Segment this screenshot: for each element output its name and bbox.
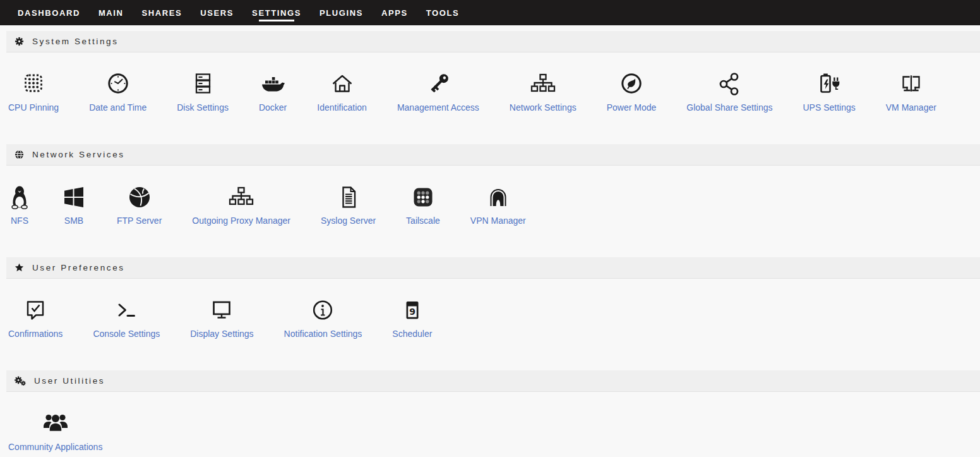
settings-item-label: Tailscale [406, 216, 440, 226]
server-icon [190, 71, 215, 97]
settings-item-ups-settings[interactable]: UPS Settings [803, 71, 855, 113]
globe-filled-icon [127, 185, 152, 210]
settings-item-label: Disk Settings [177, 102, 229, 113]
settings-item-cpu-pinning[interactable]: CPU Pinning [8, 71, 59, 113]
items-row-system-settings: CPU PinningDate and TimeDisk SettingsDoc… [0, 52, 980, 113]
settings-item-ftp-server[interactable]: FTP Server [117, 185, 162, 226]
tailscale-icon [410, 185, 436, 210]
settings-item-notification-settings[interactable]: Notification Settings [284, 298, 362, 339]
settings-item-label: Community Applications [8, 442, 102, 452]
users-group-icon [42, 411, 69, 436]
svg-text:9: 9 [409, 307, 415, 317]
settings-item-label: Confirmations [8, 329, 63, 339]
section-title: System Settings [32, 37, 119, 46]
settings-item-vpn-manager[interactable]: VPN Manager [470, 185, 526, 226]
items-row-user-utilities: Community Applications [0, 392, 980, 452]
section-header-user-preferences: User Preferences [6, 257, 980, 279]
settings-item-label: Docker [259, 102, 287, 113]
nav-item-plugins[interactable]: PLUGINS [318, 0, 364, 25]
settings-item-power-mode[interactable]: Power Mode [607, 71, 657, 113]
settings-item-label: Network Settings [510, 102, 577, 113]
nav-item-tools[interactable]: TOOLS [425, 0, 461, 25]
settings-item-community-applications[interactable]: Community Applications [8, 411, 102, 452]
sitemap-icon [529, 71, 557, 97]
section-header-user-utilities: User Utilities [6, 370, 980, 392]
section-system-settings: System SettingsCPU PinningDate and TimeD… [0, 31, 980, 113]
sitemap-icon [227, 185, 255, 210]
nav-item-settings[interactable]: SETTINGS [251, 0, 302, 25]
settings-item-syslog-server[interactable]: Syslog Server [321, 185, 376, 226]
clock-icon [105, 71, 131, 97]
settings-item-label: Power Mode [607, 102, 657, 113]
items-row-user-preferences: ConfirmationsConsole SettingsDisplay Set… [0, 279, 980, 339]
settings-item-disk-settings[interactable]: Disk Settings [177, 71, 229, 113]
settings-item-scheduler[interactable]: 9Scheduler [392, 298, 432, 339]
nav-item-dashboard[interactable]: DASHBOARD [16, 0, 81, 25]
settings-item-label: Global Share Settings [686, 102, 772, 113]
nav-item-shares[interactable]: SHARES [141, 0, 184, 25]
settings-item-label: Console Settings [93, 329, 160, 339]
home-icon [330, 71, 355, 97]
settings-item-label: Management Access [397, 102, 479, 113]
leaf-circle-icon [619, 71, 644, 97]
docker-whale-icon [259, 71, 287, 97]
section-network-services: Network ServicesNFSSMBFTP ServerOutgoing… [0, 144, 980, 226]
settings-item-global-share-settings[interactable]: Global Share Settings [686, 71, 772, 113]
section-user-preferences: User PreferencesConfirmationsConsole Set… [0, 257, 980, 339]
settings-item-network-settings[interactable]: Network Settings [510, 71, 577, 113]
settings-item-label: FTP Server [117, 216, 162, 226]
settings-item-docker[interactable]: Docker [259, 71, 287, 113]
settings-item-label: SMB [64, 216, 83, 226]
info-circle-icon [310, 298, 335, 323]
settings-item-label: Outgoing Proxy Manager [192, 216, 290, 226]
settings-item-label: VM Manager [886, 102, 936, 113]
settings-item-label: Date and Time [89, 102, 146, 113]
settings-item-label: Syslog Server [321, 216, 376, 226]
comment-check-icon [23, 298, 48, 323]
settings-item-identification[interactable]: Identification [317, 71, 367, 113]
settings-item-label: CPU Pinning [8, 102, 59, 113]
settings-item-console-settings[interactable]: Console Settings [93, 298, 160, 339]
star-icon [15, 263, 24, 272]
settings-item-confirmations[interactable]: Confirmations [8, 298, 63, 339]
settings-item-date-and-time[interactable]: Date and Time [89, 71, 146, 113]
gear-icon [15, 37, 24, 46]
items-row-network-services: NFSSMBFTP ServerOutgoing Proxy ManagerSy… [0, 166, 980, 226]
settings-item-label: VPN Manager [470, 216, 526, 226]
settings-item-smb[interactable]: SMB [61, 185, 87, 226]
section-header-network-services: Network Services [6, 144, 980, 166]
section-title: User Utilities [34, 376, 105, 386]
nav-item-users[interactable]: USERS [199, 0, 235, 25]
settings-page: System SettingsCPU PinningDate and TimeD… [0, 25, 980, 452]
cpu-pinning-icon [21, 71, 46, 97]
tux-penguin-icon [8, 185, 31, 210]
key-icon [426, 71, 451, 97]
user-gears-icon [15, 376, 26, 386]
vm-brackets-icon [899, 71, 924, 97]
share-nodes-icon [717, 71, 742, 97]
file-lines-icon [336, 185, 361, 210]
settings-item-vm-manager[interactable]: VM Manager [886, 71, 936, 113]
settings-item-outgoing-proxy-manager[interactable]: Outgoing Proxy Manager [192, 185, 290, 226]
settings-item-display-settings[interactable]: Display Settings [190, 298, 253, 339]
nav-item-apps[interactable]: APPS [380, 0, 409, 25]
globe-icon [15, 150, 24, 159]
settings-item-label: NFS [11, 216, 28, 226]
section-title: User Preferences [32, 263, 125, 272]
windows-icon [61, 185, 87, 210]
monitor-icon [209, 298, 234, 323]
settings-item-label: Identification [317, 102, 367, 113]
calendar-icon: 9 [400, 298, 425, 323]
section-title: Network Services [32, 150, 125, 159]
settings-item-management-access[interactable]: Management Access [397, 71, 479, 113]
settings-item-label: Scheduler [392, 329, 432, 339]
settings-item-label: UPS Settings [803, 102, 855, 113]
section-header-system-settings: System Settings [6, 31, 980, 52]
vpn-hood-icon [486, 185, 511, 210]
top-nav: DASHBOARDMAINSHARESUSERSSETTINGSPLUGINSA… [0, 0, 980, 25]
settings-item-tailscale[interactable]: Tailscale [406, 185, 440, 226]
settings-item-nfs[interactable]: NFS [8, 185, 31, 226]
terminal-icon [114, 298, 139, 323]
section-user-utilities: User UtilitiesCommunity Applications [0, 370, 980, 452]
nav-item-main[interactable]: MAIN [97, 0, 125, 25]
